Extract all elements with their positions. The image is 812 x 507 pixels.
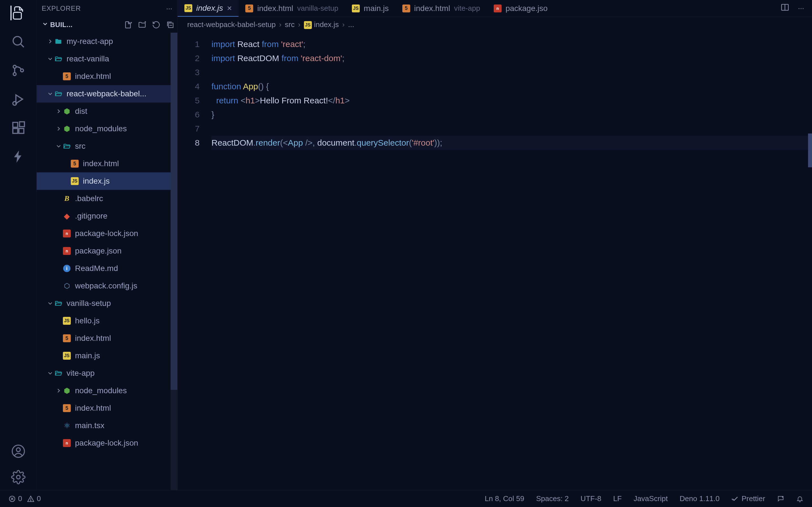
tree-item-label: webpack.config.js (75, 281, 137, 290)
chevron-right-icon (55, 108, 63, 115)
breadcrumb-item[interactable]: ... (348, 20, 354, 29)
run-debug-icon[interactable] (11, 92, 26, 107)
tree-folder[interactable]: ⬢node_modules (37, 120, 177, 137)
tab-label: main.js (364, 4, 389, 13)
svg-point-12 (16, 448, 20, 452)
status-eol[interactable]: LF (613, 494, 622, 503)
account-icon[interactable] (11, 444, 26, 459)
new-file-icon[interactable] (124, 20, 132, 29)
refresh-icon[interactable] (152, 20, 160, 29)
tree-file[interactable]: npackage-lock.json (37, 225, 177, 242)
js-icon: JS (63, 351, 71, 360)
tree-folder[interactable]: ⬢dist (37, 103, 177, 120)
tree-item-label: my-react-app (66, 37, 113, 46)
code-line[interactable] (211, 122, 812, 136)
tree-folder[interactable]: react-vanilla (37, 50, 177, 68)
html-icon: 5 (63, 72, 71, 80)
tree-item-label: index.js (83, 177, 110, 186)
tree-file[interactable]: npackage-lock.json (37, 434, 177, 452)
status-errors[interactable]: 0 (8, 494, 22, 503)
chevron-right-icon (55, 387, 63, 394)
tab[interactable]: 5index.htmlvanilla-setup (239, 0, 345, 17)
search-icon[interactable] (11, 34, 26, 49)
tree-file[interactable]: 5index.html (37, 155, 177, 172)
tab[interactable]: 5index.htmlvite-app (396, 0, 487, 17)
tree-item-label: vanilla-setup (66, 299, 111, 308)
extensions-icon[interactable] (11, 121, 26, 135)
chevron-down-icon (46, 91, 54, 97)
tree-file[interactable]: JShello.js (37, 312, 177, 330)
split-editor-icon[interactable] (780, 3, 790, 14)
svg-point-28 (782, 496, 783, 497)
status-bell-icon[interactable] (796, 495, 804, 503)
new-folder-icon[interactable] (138, 20, 146, 29)
tree-file[interactable]: ⬡webpack.config.js (37, 277, 177, 295)
folder-open-icon (54, 55, 63, 63)
breadcrumb[interactable]: react-webpack-babel-setup›src›JSindex.js… (177, 17, 812, 32)
js-icon: JS (304, 21, 311, 28)
tree-folder[interactable]: ⬢node_modules (37, 382, 177, 399)
minimap-viewport[interactable] (808, 133, 812, 167)
sidebar-more-icon[interactable]: ··· (166, 4, 172, 13)
tree-folder[interactable]: react-webpack-babel... (37, 85, 177, 103)
status-cursor[interactable]: Ln 8, Col 59 (485, 494, 524, 503)
svg-point-4 (13, 73, 16, 75)
bolt-icon[interactable] (11, 149, 26, 164)
section-header[interactable]: BUIL... (37, 17, 177, 33)
file-tree[interactable]: my-react-appreact-vanilla5index.htmlreac… (37, 33, 177, 507)
collapse-all-icon[interactable] (166, 20, 174, 29)
code-line[interactable] (211, 65, 812, 79)
code-line[interactable]: } (211, 108, 812, 122)
code-line[interactable]: import ReactDOM from 'react-dom'; (211, 51, 812, 65)
settings-gear-icon[interactable] (11, 470, 26, 485)
html-icon: 5 (63, 404, 71, 412)
status-prettier[interactable]: Prettier (731, 494, 765, 503)
tree-file[interactable]: JSmain.js (37, 347, 177, 364)
breadcrumb-item[interactable]: react-webpack-babel-setup (187, 20, 276, 29)
status-spaces[interactable]: Spaces: 2 (536, 494, 569, 503)
tree-file[interactable]: 5index.html (37, 330, 177, 347)
explorer-icon[interactable] (10, 6, 26, 20)
info-icon: i (63, 264, 71, 273)
tree-item-label: package-lock.json (75, 439, 138, 448)
code-line[interactable]: import React from 'react'; (211, 37, 812, 51)
tree-file[interactable]: ◆.gitignore (37, 207, 177, 225)
tree-file[interactable]: npackage.json (37, 242, 177, 260)
more-icon[interactable]: ··· (798, 4, 804, 13)
tree-file[interactable]: B.babelrc (37, 190, 177, 207)
editor[interactable]: 12345678 import React from 'react';impor… (177, 32, 812, 507)
tree-file[interactable]: ⚛main.tsx (37, 417, 177, 434)
npm-icon: n (494, 4, 502, 12)
code-line[interactable]: function App() { (211, 79, 812, 94)
tree-item-label: .babelrc (75, 194, 103, 203)
tree-file[interactable]: 5index.html (37, 68, 177, 85)
tree-folder[interactable]: vanilla-setup (37, 295, 177, 312)
status-encoding[interactable]: UTF-8 (580, 494, 601, 503)
tree-folder[interactable]: vite-app (37, 364, 177, 382)
tree-folder[interactable]: src (37, 137, 177, 155)
code-line[interactable]: ReactDOM.render(<App />, document.queryS… (211, 136, 812, 150)
tab[interactable]: JSmain.js (345, 0, 396, 17)
tree-item-label: vite-app (66, 369, 95, 378)
tree-file[interactable]: iReadMe.md (37, 260, 177, 277)
tree-scrollbar[interactable] (170, 33, 177, 491)
breadcrumb-sep: › (298, 20, 301, 29)
tree-file[interactable]: JSindex.js (37, 172, 177, 190)
close-icon[interactable]: × (227, 3, 232, 13)
breadcrumb-item[interactable]: index.js (314, 20, 339, 29)
tree-file[interactable]: 5index.html (37, 399, 177, 417)
status-feedback-icon[interactable] (777, 495, 784, 503)
tree-folder[interactable]: my-react-app (37, 33, 177, 50)
code-line[interactable]: return <h1>Hello From React!</h1> (211, 94, 812, 108)
status-bar: 0 0 Ln 8, Col 59 Spaces: 2 UTF-8 LF Java… (0, 490, 812, 507)
status-runtime[interactable]: Deno 1.11.0 (680, 494, 720, 503)
code-content[interactable]: import React from 'react';import ReactDO… (211, 32, 812, 507)
tab[interactable]: npackage.jso (487, 0, 554, 17)
html-icon: 5 (70, 159, 79, 168)
source-control-icon[interactable] (11, 63, 26, 78)
status-warnings[interactable]: 0 (27, 494, 41, 503)
status-language[interactable]: JavaScript (633, 494, 668, 503)
breadcrumb-item[interactable]: src (285, 20, 295, 29)
tree-item-label: hello.js (75, 316, 100, 325)
tab[interactable]: JSindex.js× (177, 0, 239, 17)
